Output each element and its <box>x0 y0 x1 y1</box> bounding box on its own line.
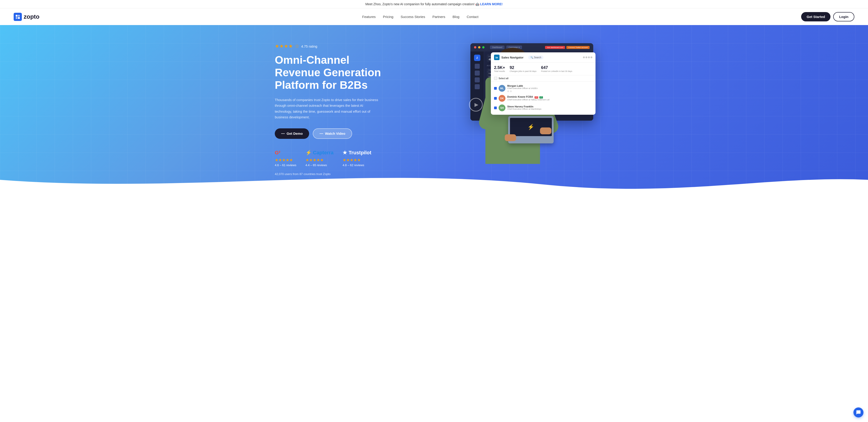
stat-posted: 647 Posted on LinkedIn in last 30 days <box>541 65 572 72</box>
reviews-section: G² ★★★★★ 4.6 – 61 reviews ⚡ Capterra ★★★… <box>275 150 389 167</box>
nav-success-stories[interactable]: Success Stories <box>401 15 425 19</box>
emc-logo: EMC² <box>301 180 310 183</box>
contact-3: SH Steve Harvey Franklin Chief Executive… <box>493 103 594 113</box>
g2-score: 4.6 – 61 reviews <box>275 163 297 167</box>
contact-checkbox-1[interactable] <box>494 87 497 90</box>
avatar-3: SH <box>499 104 505 111</box>
card-stats: 2.5K+ Total results 92 Changes jobs in p… <box>491 63 595 76</box>
hero-buttons: Get Demo Watch Video <box>275 128 389 139</box>
hero-content: ★★★★ ☆ 4.75 rating Omni-Channel Revenue … <box>275 39 593 184</box>
login-button[interactable]: Login <box>833 12 854 21</box>
hero-title-line1: Omni-Channel Revenue Generation <box>275 54 381 79</box>
get-demo-button[interactable]: Get Demo <box>275 128 309 139</box>
g2-review: G² ★★★★★ 4.6 – 61 reviews <box>275 150 297 167</box>
hero-title-line2: Platform for B2Bs <box>275 79 368 91</box>
hero-section: ★★★★ ☆ 4.75 rating Omni-Channel Revenue … <box>0 25 868 193</box>
hero-left: ★★★★ ☆ 4.75 rating Omni-Channel Revenue … <box>275 39 389 184</box>
linkedin-card: in Sales Navigator 🔍 Search <box>491 52 595 115</box>
announcement-text: Meet Zhoo, Zopto's new AI companion for … <box>365 2 479 6</box>
contact-info-1: Morgan Labb Chief Executive Officer at V… <box>507 85 592 92</box>
trustpilot-stars: ★★★★★ <box>343 157 371 162</box>
logo-icon <box>14 13 22 21</box>
nav-features[interactable]: Features <box>362 15 376 19</box>
trustpilot-logo: ★ Trustpilot <box>343 150 371 156</box>
nav-partners[interactable]: Partners <box>432 15 445 19</box>
svg-rect-1 <box>18 15 20 17</box>
svg-rect-0 <box>16 15 18 17</box>
tata-logo: TATA <box>275 180 283 183</box>
trustpilot-score: 4.8 – 62 reviews <box>343 163 371 167</box>
partner-logos: TATA hp EMC² cisco <box>275 179 389 184</box>
get-started-button[interactable]: Get Started <box>801 12 831 21</box>
g2-stars: ★★★★★ <box>275 157 297 162</box>
announcement-cta[interactable]: LEARN MORE! <box>480 2 503 6</box>
navbar: zopto Features Pricing Success Stories P… <box>0 8 868 25</box>
logo[interactable]: zopto <box>14 13 39 21</box>
user-count-text: 42,070 users from 87 countries trust Zop… <box>275 172 389 176</box>
svg-rect-3 <box>18 17 20 19</box>
capterra-review: ⚡ Capterra ★★★★★ 4.4 – 65 reviews <box>306 150 334 167</box>
hero-right: Dashboard Campaign ▾ Join dashboard.com … <box>398 39 593 171</box>
capterra-stars: ★★★★★ <box>306 157 334 162</box>
svg-rect-2 <box>16 17 18 19</box>
capterra-logo: ⚡ Capterra <box>306 150 334 156</box>
hero-stars: ★★★★ <box>275 43 293 49</box>
contact-checkbox-2[interactable] <box>494 97 497 100</box>
card-header: in Sales Navigator 🔍 Search <box>491 52 595 63</box>
stat-changed-jobs: 92 Changes jobs in past 90 days <box>510 65 536 72</box>
nav-contact[interactable]: Contact <box>467 15 478 19</box>
contact-info-2: Dominic Keane FCBA Ltd ✓ Chief Executive… <box>507 95 592 101</box>
nav-links: Features Pricing Success Stories Partner… <box>362 15 478 19</box>
nav-pricing[interactable]: Pricing <box>383 15 393 19</box>
avatar-2: DK <box>499 95 505 102</box>
rating-text: 4.75 rating <box>301 44 317 48</box>
dot-green <box>482 46 485 49</box>
screenshot-header: Dashboard Campaign ▾ Join dashboard.com … <box>470 43 593 52</box>
trustpilot-review: ★ Trustpilot ★★★★★ 4.8 – 62 reviews <box>343 150 371 167</box>
hero-description: Thousands of companies trust Zopto to dr… <box>275 97 379 120</box>
watch-video-button[interactable]: Watch Video <box>313 128 352 139</box>
contact-2: DK Dominic Keane FCBA Ltd ✓ Chief Execut… <box>493 94 594 103</box>
card-contacts: ML Morgan Labb Chief Executive Officer a… <box>491 82 595 115</box>
nav-blog[interactable]: Blog <box>453 15 460 19</box>
capterra-score: 4.4 – 65 reviews <box>306 163 334 167</box>
contact-1: ML Morgan Labb Chief Executive Officer a… <box>493 83 594 93</box>
cisco-logo: cisco <box>316 180 326 183</box>
hero-title: Omni-Channel Revenue Generation Platform… <box>275 54 389 91</box>
stat-total: 2.5K+ Total results <box>494 65 505 72</box>
g2-logo: G² <box>275 150 297 156</box>
linkedin-icon: in <box>494 55 499 60</box>
hp-logo: hp <box>289 179 295 184</box>
logo-text: zopto <box>24 13 39 20</box>
dot-red <box>474 46 476 49</box>
contact-info-3: Steve Harvey Franklin Chief Executive Of… <box>507 105 592 111</box>
card-title: Sales Navigator <box>501 56 524 59</box>
rating-row: ★★★★ ☆ 4.75 rating <box>275 43 389 49</box>
avatar-1: ML <box>499 85 505 92</box>
contact-checkbox-3[interactable] <box>494 107 497 109</box>
dot-yellow <box>478 46 480 49</box>
play-button-bg[interactable]: ▶ <box>469 98 483 112</box>
announcement-bar: Meet Zhoo, Zopto's new AI companion for … <box>0 0 868 8</box>
nav-cta: Get Started Login <box>801 12 854 21</box>
